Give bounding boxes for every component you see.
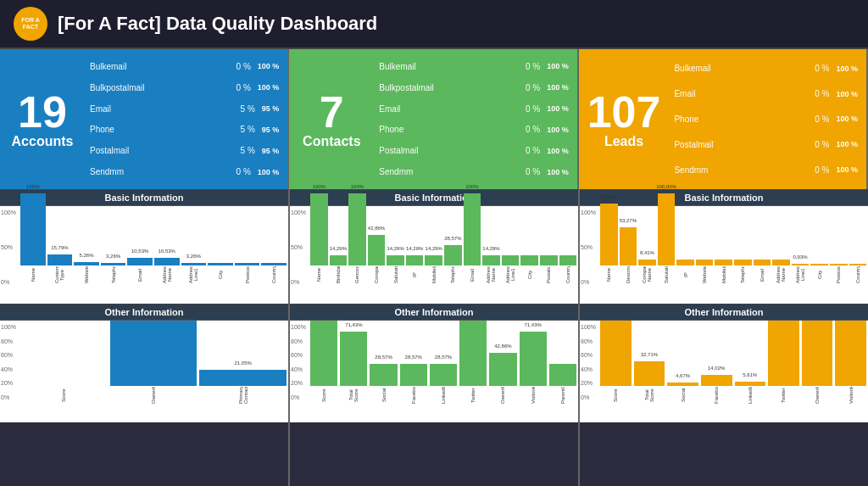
panel-row-badge: 100 %: [543, 61, 572, 71]
panel-row-pct: 0 %: [810, 165, 829, 175]
panel-row-pct: 0 %: [810, 89, 829, 98]
bar-fill: 100%: [464, 193, 481, 265]
bar: 5,61%LinkedIn: [735, 382, 766, 404]
bar: Postcode: [830, 264, 848, 283]
bar: 42,86%Company: [368, 235, 386, 283]
contacts-rows: Bulkemail 0 % 100 % Bulkpostalmail 0 % 1…: [374, 49, 576, 189]
panel-row: Phone 5 % 95 %: [90, 125, 282, 135]
bar-label: Score: [613, 387, 618, 404]
chart-area: 100%Name14,29%Birthdate100%Gencode42,86%…: [310, 211, 576, 283]
bar-value-label: 28,57%: [435, 355, 452, 360]
panel-row-name: Bulkpostalmail: [379, 83, 518, 92]
panel-row-badge: 100 %: [254, 167, 283, 177]
bar-value-label: 14,29%: [426, 246, 442, 251]
bar-value-label: 4,67%: [676, 373, 690, 378]
bar-label: Mobile/phone: [431, 266, 437, 283]
bar-label: Gencode: [354, 266, 359, 283]
panel-row-name: Phone: [674, 115, 807, 124]
bar-label: Visitonkey: [531, 387, 536, 404]
leads-basic-chart: 100%50%0%85,98%Name53,27%Descmasmaker8,4…: [580, 206, 868, 304]
bar-value-label: 28,57%: [444, 236, 461, 241]
panel-row-name: Sendmm: [674, 165, 807, 175]
panel-row-pct: 0 %: [232, 83, 251, 92]
dashboard: FOR AFACT [For A Fact] Data Quality Dash…: [0, 0, 868, 486]
bar-label: Visitonkey: [849, 387, 854, 404]
bar: Mobile/phone: [715, 260, 732, 283]
bar-label: Total Score: [644, 387, 654, 404]
panel-row-name: Bulkemail: [674, 64, 807, 73]
accounts-rows: Bulkemail 0 % 100 % Bulkpostalmail 0 % 1…: [85, 49, 287, 189]
bar: Country: [849, 264, 867, 283]
y-axis: 100%50%0%: [1, 209, 16, 285]
other-info-section: Other Information 100%80%60%40%20%0%Scor…: [0, 304, 868, 486]
leads-number: 107: [587, 90, 661, 134]
panel-row: Postalmail 0 % 100 %: [674, 139, 861, 149]
bar-fill: [835, 321, 866, 386]
panel-row-name: Bulkemail: [90, 62, 229, 71]
bar: Visitonkey: [835, 321, 866, 404]
bar-label: City: [817, 266, 822, 283]
bar-label: LinkedIn: [441, 387, 446, 404]
panel-row-pct: 0 %: [521, 167, 540, 176]
bar-fill: 32,71%: [634, 361, 665, 386]
y-axis-label: 20%: [291, 380, 306, 386]
bar-label: Website: [702, 266, 707, 283]
bar-fill: [261, 263, 287, 265]
bar-label: Postcode: [836, 266, 841, 283]
contacts-label: Contacts: [303, 134, 360, 149]
bar-fill: 28,57%: [400, 364, 427, 386]
bar-label: Country: [565, 266, 570, 283]
bar: Email: [754, 260, 771, 283]
bar-fill: 4,67%: [667, 383, 698, 386]
accounts-other-block: Other Information 100%80%60%40%20%0%Scor…: [0, 304, 290, 486]
bar-value-label: 28,57%: [375, 355, 392, 360]
bar-value-label: 14,02%: [708, 366, 725, 371]
panel-row-name: Postalmail: [379, 146, 518, 155]
bar-value-label: 100%: [313, 184, 326, 189]
panel-row-name: Phone: [379, 125, 518, 134]
bar: 14,29%IP: [406, 255, 424, 283]
bar: 28,57%Social: [370, 364, 397, 404]
y-axis-label: 60%: [581, 352, 596, 358]
panel-row-pct: 0 %: [810, 140, 829, 149]
bar: Telephone: [734, 260, 752, 283]
bar-value-label: 10,53%: [159, 249, 175, 254]
panel-row-badge: 100 %: [543, 146, 572, 156]
bar-fill: 100%: [310, 321, 337, 386]
bar: Address Name: [772, 260, 790, 283]
bar: 100%Twitter: [459, 321, 487, 404]
bar-fill: [754, 260, 771, 265]
y-axis-label: 100%: [291, 324, 306, 330]
bar-label: Website: [84, 266, 89, 283]
bar-label: Address Name: [162, 266, 172, 283]
leads-other-header: Other Information: [580, 304, 868, 321]
bar: 14,29%Salutation: [387, 255, 404, 283]
header: FOR AFACT [For A Fact] Data Quality Dash…: [0, 0, 868, 49]
bar-fill: 5,61%: [735, 382, 766, 386]
panel-row: Phone 0 % 100 %: [379, 125, 571, 135]
bar: 100%Email: [464, 193, 481, 283]
panel-row-badge: 95 %: [259, 146, 283, 156]
y-axis-label: 50%: [1, 244, 16, 250]
y-axis-label: 0%: [291, 394, 306, 400]
leads-rows: Bulkemail 0 % 100 % Email 0 % 100 % Phon…: [669, 49, 866, 189]
contacts-summary: 7 Contacts: [289, 49, 374, 189]
bar-label: Email: [760, 266, 765, 283]
bar-fill: [559, 255, 577, 265]
bar-value-label: 15,79%: [51, 245, 68, 250]
bar-label: Score: [61, 387, 66, 404]
bar-value-label: 8,41%: [640, 250, 654, 255]
y-axis-label: 0%: [1, 279, 16, 285]
bar-value-label: 42,86%: [368, 226, 385, 231]
bar-label: Company: [374, 266, 379, 283]
panel-row-badge: 100 %: [832, 114, 861, 124]
bar-label: Twitter: [470, 387, 476, 404]
bar-value-label: 100%: [26, 184, 39, 189]
logo: FOR AFACT: [14, 7, 47, 41]
bar-value-label: 42,86%: [494, 344, 511, 349]
bar-label: Total Score: [348, 387, 359, 404]
panel-row: Bulkemail 0 % 100 %: [674, 64, 861, 74]
bar-label: Address Line1: [795, 266, 805, 283]
y-axis-label: 100%: [581, 324, 596, 330]
bar-value-label: 5,61%: [743, 372, 757, 377]
